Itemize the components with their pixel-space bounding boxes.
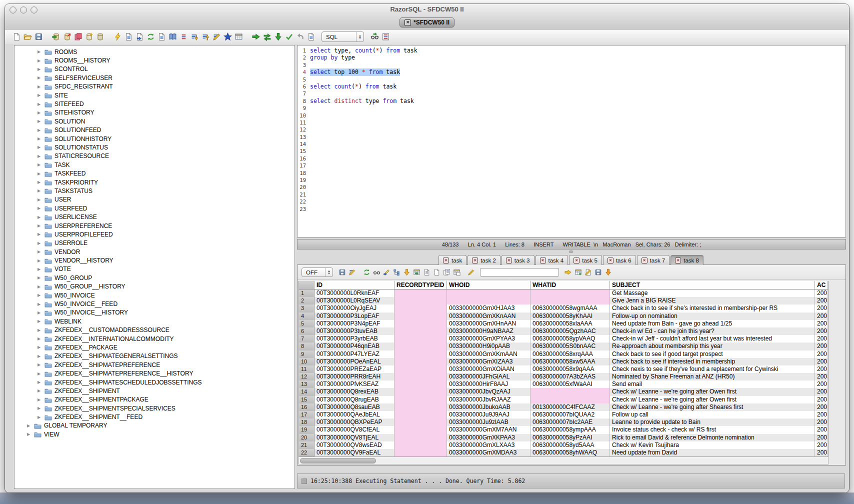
cell-whoid[interactable]: 0033000000GmXHnAAN xyxy=(447,320,530,328)
cell-ac[interactable]: 200 xyxy=(815,328,828,335)
cell-rownum[interactable]: 11 xyxy=(299,366,314,373)
cell-subject[interactable]: Check w/ Leanne - we're going after Owen… xyxy=(610,396,815,404)
cell-recordtypeid[interactable] xyxy=(394,404,447,411)
tree-item-staticresource[interactable]: ▶STATICRESOURCE xyxy=(14,152,294,160)
cell-subject[interactable]: Give Jenn a BIG RAISE xyxy=(610,297,815,304)
result-tab-task-8[interactable]: ✕task 8 xyxy=(670,255,704,265)
expand-icon[interactable]: ▶ xyxy=(38,319,44,324)
tree-item-solution[interactable]: ▶SOLUTION xyxy=(14,117,294,126)
find-in-results-icon[interactable] xyxy=(369,32,380,42)
sort-descending-icon[interactable] xyxy=(189,32,200,42)
tree-item-taskstatus[interactable]: ▶TASKSTATUS xyxy=(14,186,294,195)
expand-icon[interactable]: ▶ xyxy=(38,398,44,402)
cell-whatid[interactable] xyxy=(530,290,610,297)
cell-recordtypeid[interactable] xyxy=(394,411,447,418)
cell-rownum[interactable]: 19 xyxy=(299,426,314,434)
cell-subject[interactable]: Check w/ Leanne - we're going after Owen… xyxy=(610,388,815,396)
statement-type-select[interactable]: SQL ▲▼ xyxy=(322,32,364,42)
go-forward-icon[interactable] xyxy=(250,32,262,42)
cell-id[interactable]: 00T3000000QV8CfEAL xyxy=(314,426,394,434)
cell-whoid[interactable]: 0033000000H9aNBAAZ xyxy=(447,328,530,335)
cell-rownum[interactable]: 9 xyxy=(299,350,314,358)
expand-icon[interactable]: ▶ xyxy=(38,388,44,393)
tree-item-rooms-history[interactable]: ▶ROOMS__HISTORY xyxy=(14,56,294,64)
view-row-icon[interactable] xyxy=(372,268,382,277)
cell-subject[interactable]: Nominated by Shane Freeman at ANZ (HR50) xyxy=(610,373,815,380)
cell-recordtypeid[interactable] xyxy=(394,350,447,358)
column-header-rownum[interactable] xyxy=(299,281,314,289)
cell-ac[interactable]: 200 xyxy=(815,320,828,328)
expand-icon[interactable]: ▶ xyxy=(38,172,44,176)
tree-item-view[interactable]: ▶VIEW xyxy=(14,430,294,438)
tree-item-userpreference[interactable]: ▶USERPREFERENCE xyxy=(14,222,294,230)
hscrollbar-thumb[interactable] xyxy=(300,458,376,464)
cell-whatid[interactable]: 006300000058xrqAAA xyxy=(530,350,610,358)
tree-item-weblink[interactable]: ▶WEBLINK xyxy=(14,317,294,326)
cell-ac[interactable]: 200 xyxy=(815,404,828,411)
tree-item-zkfedex-shipment-feed[interactable]: ▶ZKFEDEX__SHIPMENT__FEED xyxy=(14,412,294,421)
cell-rownum[interactable]: 18 xyxy=(299,418,314,426)
cell-ac[interactable]: 200 xyxy=(815,388,828,396)
cell-recordtypeid[interactable] xyxy=(394,358,447,366)
cell-ac[interactable]: 200 xyxy=(815,449,828,456)
cell-recordtypeid[interactable] xyxy=(394,297,447,304)
favorites-icon[interactable] xyxy=(222,32,233,42)
cell-ac[interactable]: 200 xyxy=(815,350,828,358)
close-tab-icon[interactable]: ✕ xyxy=(506,258,512,264)
cell-ac[interactable]: 200 xyxy=(815,411,828,418)
results-list-icon[interactable] xyxy=(380,32,391,42)
cell-rownum[interactable]: 22 xyxy=(299,449,314,456)
tree-item-zkfedex-internationalcommodity[interactable]: ▶ZKFEDEX__INTERNATIONALCOMMODITY xyxy=(14,334,294,343)
expand-icon[interactable]: ▶ xyxy=(38,84,44,89)
export-results-icon[interactable] xyxy=(573,268,583,277)
cell-id[interactable]: 00T3000000P47LYEAZ xyxy=(314,350,394,358)
cell-whatid[interactable]: 00630000007bIQUAA2 xyxy=(530,411,610,418)
expand-icon[interactable]: ▶ xyxy=(38,136,44,141)
cell-whoid[interactable]: 0033000000JbukoAAB xyxy=(447,404,530,411)
close-tab-icon[interactable]: ✕ xyxy=(642,258,648,264)
tree-item-vendor-history[interactable]: ▶VENDOR__HISTORY xyxy=(14,256,294,264)
tree-item-zkfedex-customaddresssource[interactable]: ▶ZKFEDEX__CUSTOMADDRESSSOURCE xyxy=(14,326,294,334)
copy-table-icon[interactable] xyxy=(452,268,462,277)
tree-item-w50-invoice-history[interactable]: ▶W50_INVOICE__HISTORY xyxy=(14,308,294,317)
cell-ac[interactable]: 200 xyxy=(815,373,828,380)
tree-item-solutionfeed[interactable]: ▶SOLUTIONFEED xyxy=(14,126,294,134)
expand-icon[interactable]: ▶ xyxy=(38,336,44,341)
expand-icon[interactable]: ▶ xyxy=(38,284,44,289)
tree-item-userprofilefeed[interactable]: ▶USERPROFILEFEED xyxy=(14,230,294,238)
cell-recordtypeid[interactable] xyxy=(394,380,447,388)
cell-id[interactable]: 00T3000000OiyJgEAJ xyxy=(314,304,394,312)
save-results-icon[interactable] xyxy=(337,268,347,277)
splitter-handle[interactable] xyxy=(569,250,573,253)
export-data-icon[interactable] xyxy=(134,32,145,42)
expand-icon[interactable]: ▶ xyxy=(38,50,44,54)
close-tab-icon[interactable]: ✕ xyxy=(608,258,614,264)
expand-icon[interactable]: ▶ xyxy=(38,250,44,254)
expand-icon[interactable]: ▶ xyxy=(38,110,44,115)
expand-icon[interactable]: ▶ xyxy=(38,258,44,263)
cell-whoid[interactable]: 0033000000GmXKnAAN xyxy=(447,312,530,320)
form-view-icon[interactable] xyxy=(422,268,432,277)
cell-whoid[interactable]: 0033000000GmXMDAA3 xyxy=(447,449,530,456)
cell-rownum[interactable]: 21 xyxy=(299,442,314,449)
cell-rownum[interactable]: 20 xyxy=(299,434,314,442)
cell-subject[interactable]: Check w/ Leanne - we're going after Shea… xyxy=(610,404,815,411)
cell-id[interactable]: 00T3000000Q8rexEAB xyxy=(314,388,394,396)
expand-icon[interactable]: ▶ xyxy=(38,215,44,220)
expand-icon[interactable]: ▶ xyxy=(38,293,44,298)
undo-icon[interactable] xyxy=(294,32,306,42)
validate-icon[interactable] xyxy=(284,32,294,42)
edit-results-icon[interactable] xyxy=(123,32,134,42)
tree-item-global-temporary[interactable]: ▶GLOBAL TEMPORARY xyxy=(14,422,294,430)
cell-whoid[interactable]: 0033000000Ju9J9AAJ xyxy=(447,411,530,418)
cell-whoid[interactable]: 0033000000GmXPYAA3 xyxy=(447,335,530,342)
tree-item-solutionstatus[interactable]: ▶SOLUTIONSTATUS xyxy=(14,143,294,152)
cell-ac[interactable]: 200 xyxy=(815,434,828,442)
cell-id[interactable]: 00T3000000P3yrbEAB xyxy=(314,335,394,342)
database-info-icon[interactable] xyxy=(94,32,106,42)
tree-item-taskpriority[interactable]: ▶TASKPRIORITY xyxy=(14,178,294,186)
row-limit-select[interactable]: OFF ▲▼ xyxy=(302,268,333,277)
column-header-WHOID[interactable]: WHOID xyxy=(447,281,530,289)
tree-item-sfdc-registrant[interactable]: ▶SFDC_REGISTRANT xyxy=(14,82,294,91)
cell-subject[interactable]: Need update from Bain - gave go ahead 1/… xyxy=(610,320,815,328)
